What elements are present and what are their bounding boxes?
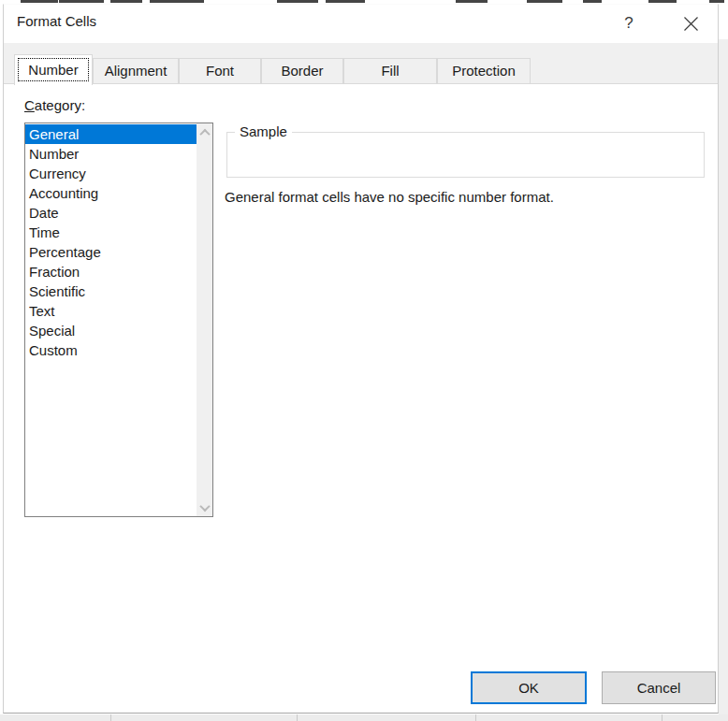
tab-border[interactable]: Border — [261, 58, 343, 83]
background-artifact — [709, 0, 724, 3]
sample-legend: Sample — [235, 123, 292, 139]
sample-value — [227, 133, 704, 151]
listbox-scrollbar[interactable] — [197, 123, 212, 516]
format-description: General format cells have no specific nu… — [225, 189, 554, 205]
tab-alignment[interactable]: Alignment — [93, 58, 179, 83]
background-artifact — [648, 0, 677, 3]
dialog-titlebar: Format Cells ? — [4, 5, 718, 43]
format-cells-dialog: Format Cells ? Number Alignment Font Bor… — [3, 4, 719, 714]
category-item-custom[interactable]: Custom — [25, 340, 197, 360]
scroll-down-button[interactable] — [197, 499, 212, 515]
category-item-date[interactable]: Date — [25, 203, 197, 223]
category-item-currency[interactable]: Currency — [25, 164, 197, 183]
chevron-up-icon — [199, 128, 210, 138]
category-label-accesskey: C — [24, 97, 35, 113]
help-icon: ? — [624, 14, 633, 33]
tab-fill[interactable]: Fill — [343, 58, 437, 83]
gridline — [110, 714, 111, 721]
background-artifact — [59, 0, 104, 3]
category-item-time[interactable]: Time — [25, 223, 197, 242]
tab-font[interactable]: Font — [179, 58, 261, 83]
gridline — [662, 714, 662, 721]
category-item-text[interactable]: Text — [25, 301, 197, 321]
chevron-down-icon — [199, 500, 210, 511]
category-item-general[interactable]: General — [25, 124, 197, 144]
background-artifact — [277, 0, 318, 3]
tab-number[interactable]: Number — [14, 54, 93, 85]
category-item-number[interactable]: Number — [25, 144, 197, 164]
category-item-percentage[interactable]: Percentage — [25, 242, 197, 262]
screen: Format Cells ? Number Alignment Font Bor… — [0, 0, 728, 721]
category-item-fraction[interactable]: Fraction — [25, 262, 197, 281]
background-artifact — [583, 0, 602, 3]
category-listbox: General Number Currency Accounting Date … — [24, 123, 213, 517]
close-icon — [683, 16, 699, 32]
cancel-button[interactable]: Cancel — [602, 671, 716, 704]
background-artifact — [21, 0, 58, 3]
tab-protection[interactable]: Protection — [437, 58, 531, 83]
help-button[interactable]: ? — [614, 9, 644, 37]
gridline — [475, 714, 476, 721]
background-artifact — [456, 0, 488, 3]
category-item-accounting[interactable]: Accounting — [25, 183, 197, 203]
close-button[interactable] — [676, 9, 706, 37]
background-sliver-right — [719, 39, 728, 721]
category-item-special[interactable]: Special — [25, 321, 197, 340]
ok-button[interactable]: OK — [471, 671, 587, 704]
category-list: General Number Currency Accounting Date … — [25, 124, 197, 360]
gridline — [297, 714, 298, 721]
category-item-scientific[interactable]: Scientific — [25, 281, 197, 301]
category-label: Category: — [24, 97, 85, 113]
background-artifact — [527, 0, 562, 3]
background-sliver-top — [0, 0, 728, 4]
background-artifact — [150, 0, 204, 3]
background-artifact — [110, 0, 142, 3]
background-sliver-bottom — [0, 714, 728, 721]
dialog-title: Format Cells — [17, 13, 96, 29]
background-artifact — [326, 0, 365, 3]
sample-groupbox: Sample — [226, 132, 705, 178]
category-label-rest: ategory: — [35, 97, 85, 113]
scroll-up-button[interactable] — [197, 124, 212, 140]
